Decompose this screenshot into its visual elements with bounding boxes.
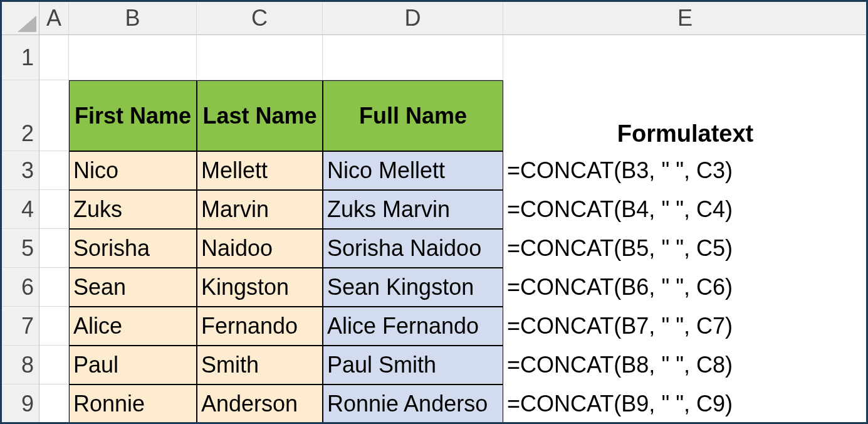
- col-header-D[interactable]: D: [323, 2, 503, 35]
- cell-formula[interactable]: =CONCAT(B9, " ", C9): [503, 384, 867, 423]
- row-header-4[interactable]: 4: [2, 190, 39, 229]
- row-header-3[interactable]: 3: [2, 151, 39, 190]
- cell-last-name[interactable]: Fernando: [197, 307, 323, 346]
- cell-formula[interactable]: =CONCAT(B3, " ", C3): [503, 151, 867, 190]
- cell-B1[interactable]: [69, 35, 197, 80]
- col-header-A[interactable]: A: [39, 2, 69, 35]
- cell-formula[interactable]: =CONCAT(B8, " ", C8): [503, 346, 867, 384]
- cell-last-name[interactable]: Mellett: [197, 151, 323, 190]
- col-header-C[interactable]: C: [197, 2, 323, 35]
- cell-last-name[interactable]: Marvin: [197, 190, 323, 229]
- cell-full-name[interactable]: Ronnie Anderso: [323, 384, 503, 423]
- row-header-6[interactable]: 6: [2, 268, 39, 307]
- cell-last-name[interactable]: Anderson: [197, 384, 323, 423]
- cell-full-name[interactable]: Zuks Marvin: [323, 190, 503, 229]
- cell-last-name[interactable]: Naidoo: [197, 229, 323, 268]
- cell-first-name[interactable]: Sorisha: [69, 229, 197, 268]
- cell-E1[interactable]: [503, 35, 867, 80]
- cell-formula[interactable]: =CONCAT(B4, " ", C4): [503, 190, 867, 229]
- cell-C1[interactable]: [197, 35, 323, 80]
- cell-A4[interactable]: [39, 190, 69, 229]
- select-all-corner[interactable]: [2, 2, 39, 35]
- cell-first-name[interactable]: Sean: [69, 268, 197, 307]
- cell-first-name[interactable]: Zuks: [69, 190, 197, 229]
- row-header-9[interactable]: 9: [2, 384, 39, 423]
- header-formulatext[interactable]: Formulatext: [503, 80, 867, 151]
- cell-D1[interactable]: [323, 35, 503, 80]
- cell-A7[interactable]: [39, 307, 69, 346]
- cell-full-name[interactable]: Sorisha Naidoo: [323, 229, 503, 268]
- cell-A1[interactable]: [39, 35, 69, 80]
- cell-formula[interactable]: =CONCAT(B5, " ", C5): [503, 229, 867, 268]
- row-header-7[interactable]: 7: [2, 307, 39, 346]
- row-header-1[interactable]: 1: [2, 35, 39, 80]
- cell-A3[interactable]: [39, 151, 69, 190]
- cell-A2[interactable]: [39, 80, 69, 151]
- cell-full-name[interactable]: Nico Mellett: [323, 151, 503, 190]
- cell-first-name[interactable]: Alice: [69, 307, 197, 346]
- row-header-8[interactable]: 8: [2, 346, 39, 384]
- cell-A5[interactable]: [39, 229, 69, 268]
- header-full-name[interactable]: Full Name: [323, 80, 503, 151]
- cell-full-name[interactable]: Alice Fernando: [323, 307, 503, 346]
- cell-first-name[interactable]: Ronnie: [69, 384, 197, 423]
- cell-full-name[interactable]: Sean Kingston: [323, 268, 503, 307]
- header-first-name[interactable]: First Name: [69, 80, 197, 151]
- row-header-5[interactable]: 5: [2, 229, 39, 268]
- header-last-name[interactable]: Last Name: [197, 80, 323, 151]
- cell-full-name[interactable]: Paul Smith: [323, 346, 503, 384]
- cell-last-name[interactable]: Kingston: [197, 268, 323, 307]
- col-header-B[interactable]: B: [69, 2, 197, 35]
- cell-first-name[interactable]: Paul: [69, 346, 197, 384]
- cell-A6[interactable]: [39, 268, 69, 307]
- spreadsheet-grid: A B C D E 1 2 First Name Last Name Full …: [2, 2, 866, 423]
- cell-A8[interactable]: [39, 346, 69, 384]
- row-header-2[interactable]: 2: [2, 80, 39, 151]
- cell-last-name[interactable]: Smith: [197, 346, 323, 384]
- cell-formula[interactable]: =CONCAT(B7, " ", C7): [503, 307, 867, 346]
- col-header-E[interactable]: E: [503, 2, 867, 35]
- cell-A9[interactable]: [39, 384, 69, 423]
- cell-first-name[interactable]: Nico: [69, 151, 197, 190]
- cell-formula[interactable]: =CONCAT(B6, " ", C6): [503, 268, 867, 307]
